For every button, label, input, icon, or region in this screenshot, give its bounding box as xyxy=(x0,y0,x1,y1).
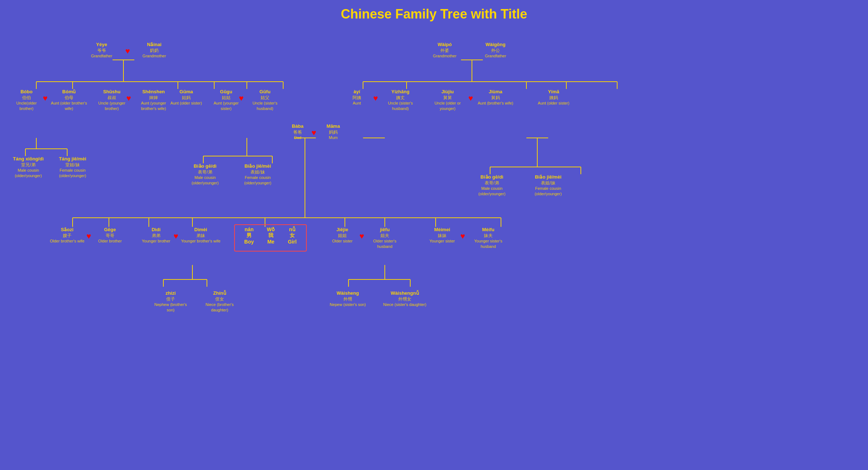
gugu-node: Gūgu 姑姑 Aunt (younger sister) xyxy=(210,89,243,111)
biao-ge-1-node: Biǎo gē/dì 表哥/弟 Male cousin (older/young… xyxy=(185,163,225,185)
zhinu-node: Zhínǚ 侄女 Niece (brother's daughter) xyxy=(198,290,241,312)
gugu-gufu-heart: ♥ xyxy=(239,94,244,103)
mama-node: Māma 妈妈 Mum xyxy=(319,123,348,140)
page-title: Chinese Family Tree with Title xyxy=(0,0,868,25)
didi-dimei-heart: ♥ xyxy=(174,232,178,241)
me-box: nán 男 Boy Wǒ 我 Me nǚ 女 Girl xyxy=(234,224,307,252)
jiujiu-jiuma-heart: ♥ xyxy=(468,94,473,103)
me-nu-pinyin: nǚ xyxy=(288,226,297,232)
gufu-node: Gūfu 姑父 Uncle (sister's husband) xyxy=(247,89,283,111)
biao-ge-2-node: Biǎo gē/dì 表哥/弟 Male cousin (older/young… xyxy=(472,174,512,196)
jiejie-node: Jiějie 姐姐 Older sister xyxy=(326,227,359,244)
yima-node: Yímā 姨妈 Aunt (older sister) xyxy=(534,89,574,106)
didi-node: Dìdi 弟弟 Younger brother xyxy=(140,227,172,244)
baba-node: Bàba 爸爸 Dad xyxy=(283,123,312,140)
me-nan-english: Boy xyxy=(244,239,254,245)
jiejie-jiefu-heart: ♥ xyxy=(359,232,364,241)
dimei-node: Dìmèi 弟妹 Younger brother's wife xyxy=(181,227,221,244)
yeye-node: Yéye 爷爷 Grandfather xyxy=(83,42,120,59)
me-wo-english: Me xyxy=(267,239,275,245)
jiefu-node: jiěfu 姐夫 Older sister's husband xyxy=(367,227,403,249)
yizhang-node: Yízhāng 姨丈 Uncle (sister's husband) xyxy=(380,89,420,111)
me-wo-pinyin: Wǒ xyxy=(267,226,275,232)
bobo-node: Bóbo 伯伯 Uncle(older brother) xyxy=(10,89,43,111)
tang-xiong-node: Táng xiōng/dì 堂兄/弟 Male cousin (older/yo… xyxy=(10,156,46,178)
bomu-node: Bómǔ 伯母 Aunt (older brother's wife) xyxy=(51,89,87,111)
yeye-nainai-heart: ♥ xyxy=(125,46,130,56)
waishengnv-node: Wàishengnǚ 外甥女 Niece (sister's daughter) xyxy=(381,290,428,307)
meimei-meifu-heart: ♥ xyxy=(460,232,465,241)
nainai-node: Nǎinai 奶奶 Grandmother xyxy=(134,42,174,59)
me-nan-pinyin: nán xyxy=(244,226,254,232)
jiujiu-node: Jiùjiu 舅舅 Uncle (older or younger) xyxy=(428,89,468,111)
waigong-node: Wàigōng 外公 Grandfather xyxy=(476,42,515,59)
saozi-gege-heart: ♥ xyxy=(86,232,91,241)
waisheng-node: Wàisheng 外甥 Nepew (sister's son) xyxy=(326,290,370,307)
gege-node: Gēge 哥哥 Older brother xyxy=(94,227,126,244)
ayi-yizhang-heart: ♥ xyxy=(373,94,378,103)
guma-node: Gūma 姑妈 Aunt (older sister) xyxy=(170,89,203,106)
meifu-node: Mèifu 妹夫 Younger sister's husband xyxy=(468,227,508,249)
me-nu-english: Girl xyxy=(288,239,297,245)
shenshen-node: Shěnshen 婶婶 Aunt (younger brother's wife… xyxy=(134,89,174,111)
bobo-bomu-heart: ♥ xyxy=(43,94,48,103)
saozi-node: Sǎozi 嫂子 Older brother's wife xyxy=(49,227,85,244)
me-nan-chinese: 男 xyxy=(244,232,254,239)
jiuma-node: Jiùma 舅妈 Aunt (brother's wife) xyxy=(476,89,515,106)
meimei-node: Mèimei 妹妹 Younger sister xyxy=(424,227,460,244)
tang-jie-node: Táng jiě/mèi 堂姐/妹 Female cousin (older/y… xyxy=(53,156,93,178)
baba-mama-heart: ♥ xyxy=(311,128,316,138)
me-wo-chinese: 我 xyxy=(267,232,275,239)
shushu-shenshen-heart: ♥ xyxy=(126,94,131,103)
biao-jie-1-node: Biǎo jiě/mèi 表姐/妹 Female cousin (older/y… xyxy=(236,163,280,185)
waipo-node: Wàipó 外婆 Grandmother xyxy=(425,42,465,59)
ayi-node: àyí 阿姨 Aunt xyxy=(341,89,373,106)
zhizi-node: zhízi 侄子 Nephew (brother's son) xyxy=(151,290,191,312)
shushu-node: Shūshu 叔叔 Uncle (younger brother) xyxy=(94,89,130,111)
me-nu-chinese: 女 xyxy=(288,232,297,239)
biao-jie-2-node: Biǎo jiě/mèi 表姐/妹 Female cousin (older/y… xyxy=(526,174,570,196)
